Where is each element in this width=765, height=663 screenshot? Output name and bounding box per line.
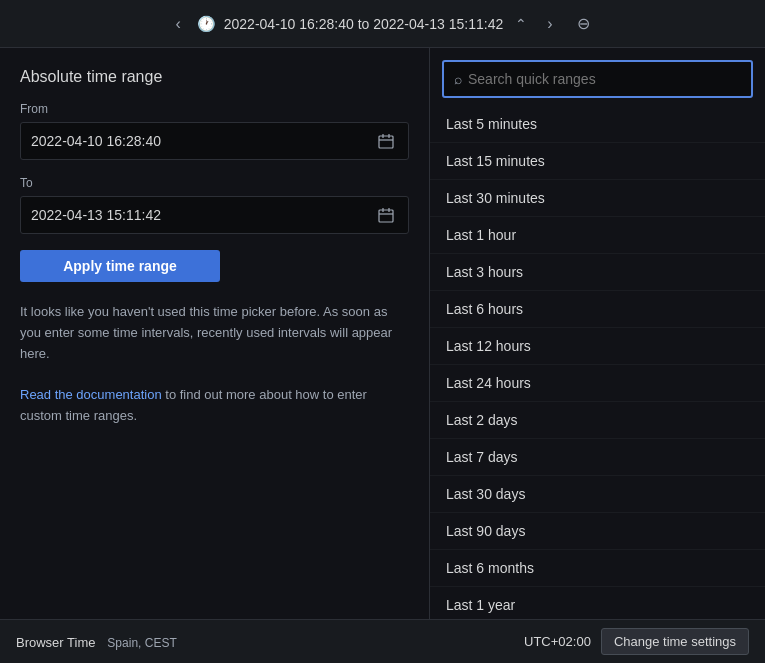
info-text-1: It looks like you haven't used this time…	[20, 304, 392, 361]
time-range-display: 2022-04-10 16:28:40 to 2022-04-13 15:11:…	[224, 16, 503, 32]
change-time-settings-button[interactable]: Change time settings	[601, 628, 749, 655]
bottom-bar: Browser Time Spain, CEST UTC+02:00 Chang…	[0, 619, 765, 663]
to-label: To	[20, 176, 409, 190]
right-panel: ⌕ Last 5 minutesLast 15 minutesLast 30 m…	[430, 48, 765, 619]
panel-title: Absolute time range	[20, 68, 409, 86]
next-time-button[interactable]: ›	[539, 11, 560, 37]
bottom-right: UTC+02:00 Change time settings	[524, 628, 749, 655]
from-calendar-button[interactable]	[374, 129, 398, 153]
svg-rect-4	[379, 210, 393, 222]
search-quick-ranges-input[interactable]	[468, 71, 741, 87]
browser-time-label: Browser Time	[16, 635, 95, 650]
from-input[interactable]	[31, 133, 374, 149]
top-bar: ‹ 🕐 2022-04-10 16:28:40 to 2022-04-13 15…	[0, 0, 765, 48]
prev-time-button[interactable]: ‹	[167, 11, 188, 37]
doc-link[interactable]: Read the documentation	[20, 387, 162, 402]
apply-time-range-button[interactable]: Apply time range	[20, 250, 220, 282]
quick-range-item[interactable]: Last 1 year	[430, 587, 765, 619]
quick-range-list: Last 5 minutesLast 15 minutesLast 30 min…	[430, 106, 765, 619]
calendar-icon	[378, 207, 394, 223]
from-input-wrapper	[20, 122, 409, 160]
quick-range-item[interactable]: Last 15 minutes	[430, 143, 765, 180]
browser-time-sub: Spain, CEST	[107, 636, 176, 650]
quick-range-item[interactable]: Last 24 hours	[430, 365, 765, 402]
left-panel: Absolute time range From To	[0, 48, 430, 619]
search-wrapper: ⌕	[442, 60, 753, 98]
to-calendar-button[interactable]	[374, 203, 398, 227]
to-input-wrapper	[20, 196, 409, 234]
quick-range-item[interactable]: Last 1 hour	[430, 217, 765, 254]
quick-range-item[interactable]: Last 7 days	[430, 439, 765, 476]
quick-range-item[interactable]: Last 2 days	[430, 402, 765, 439]
quick-range-item[interactable]: Last 30 days	[430, 476, 765, 513]
utc-offset-label: UTC+02:00	[524, 634, 591, 649]
quick-range-item[interactable]: Last 30 minutes	[430, 180, 765, 217]
clock-icon: 🕐	[197, 15, 216, 33]
from-label: From	[20, 102, 409, 116]
calendar-icon	[378, 133, 394, 149]
quick-range-item[interactable]: Last 12 hours	[430, 328, 765, 365]
svg-rect-0	[379, 136, 393, 148]
quick-range-item[interactable]: Last 6 months	[430, 550, 765, 587]
quick-range-item[interactable]: Last 6 hours	[430, 291, 765, 328]
zoom-out-button[interactable]: ⊖	[569, 10, 598, 37]
info-text: It looks like you haven't used this time…	[20, 302, 409, 427]
browser-time-section: Browser Time Spain, CEST	[16, 634, 177, 650]
quick-range-item[interactable]: Last 90 days	[430, 513, 765, 550]
to-input[interactable]	[31, 207, 374, 223]
search-icon: ⌕	[454, 71, 462, 87]
expand-time-button[interactable]: ⌃	[511, 12, 531, 36]
main-container: Absolute time range From To	[0, 48, 765, 619]
quick-range-item[interactable]: Last 5 minutes	[430, 106, 765, 143]
quick-range-item[interactable]: Last 3 hours	[430, 254, 765, 291]
